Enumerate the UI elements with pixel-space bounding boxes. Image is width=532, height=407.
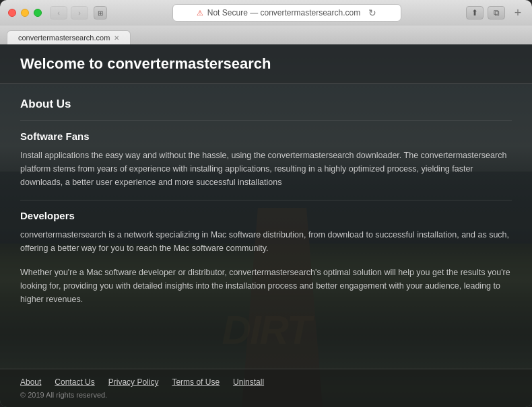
site-footer: About Contact Us Privacy Policy Terms of… <box>0 369 532 407</box>
developers-body-1: convertermastersearch is a network speci… <box>20 228 512 255</box>
add-button[interactable]: + <box>512 7 524 19</box>
maximize-button[interactable] <box>34 9 42 17</box>
minimize-button[interactable] <box>21 9 29 17</box>
close-button[interactable] <box>8 9 16 17</box>
site-header: Welcome to convertermastersearch <box>0 44 532 84</box>
traffic-lights <box>8 9 42 17</box>
back-button[interactable]: ‹ <box>50 6 67 20</box>
address-bar-container: ⚠ Not Secure — convertermastersearch.com… <box>114 4 459 22</box>
about-us-heading: About Us <box>20 98 512 111</box>
footer-link-uninstall[interactable]: Uninstall <box>233 377 264 387</box>
developers-body-2: Whether you're a Mac software developer … <box>20 266 512 306</box>
divider-2 <box>20 200 512 200</box>
content-area: DIRT Welcome to convertermastersearch Ab… <box>0 44 532 407</box>
footer-link-privacy[interactable]: Privacy Policy <box>108 377 159 387</box>
titlebar: ‹ › ⊞ ⚠ Not Secure — convertermastersear… <box>0 0 532 26</box>
footer-link-about[interactable]: About <box>20 377 41 387</box>
developers-heading: Developers <box>20 210 512 221</box>
toolbar-right: ⬆ ⧉ + <box>466 6 524 20</box>
tab-close-icon[interactable]: ✕ <box>114 34 119 42</box>
footer-link-terms[interactable]: Terms of Use <box>172 377 220 387</box>
software-fans-body: Install applications the easy way and wi… <box>20 149 512 189</box>
security-icon: ⚠ <box>197 9 203 17</box>
active-tab[interactable]: convertermastersearch.com ✕ <box>7 30 131 44</box>
tab-label: convertermastersearch.com <box>18 34 110 42</box>
forward-button[interactable]: › <box>71 6 88 20</box>
address-bar[interactable]: ⚠ Not Secure — convertermastersearch.com… <box>172 4 401 22</box>
tab-view-button[interactable]: ⊞ <box>94 6 107 20</box>
browser-window: ‹ › ⊞ ⚠ Not Secure — convertermastersear… <box>0 0 532 407</box>
share-button[interactable]: ⬆ <box>466 6 484 20</box>
footer-copyright: © 2019 All rights reserved. <box>20 391 512 399</box>
new-tab-button[interactable]: ⧉ <box>488 6 505 20</box>
footer-links: About Contact Us Privacy Policy Terms of… <box>20 377 512 387</box>
address-text: Not Secure — convertermastersearch.com <box>207 8 360 17</box>
site-title: Welcome to convertermastersearch <box>20 55 512 73</box>
footer-link-contact[interactable]: Contact Us <box>55 377 94 387</box>
reload-button[interactable]: ↻ <box>368 7 376 18</box>
software-fans-heading: Software Fans <box>20 131 512 142</box>
nav-buttons: ‹ › <box>50 6 88 20</box>
site-main: About Us Software Fans Install applicati… <box>0 84 532 369</box>
tabbar: convertermastersearch.com ✕ <box>0 26 532 44</box>
divider-1 <box>20 120 512 121</box>
website-overlay: Welcome to convertermastersearch About U… <box>0 44 532 407</box>
